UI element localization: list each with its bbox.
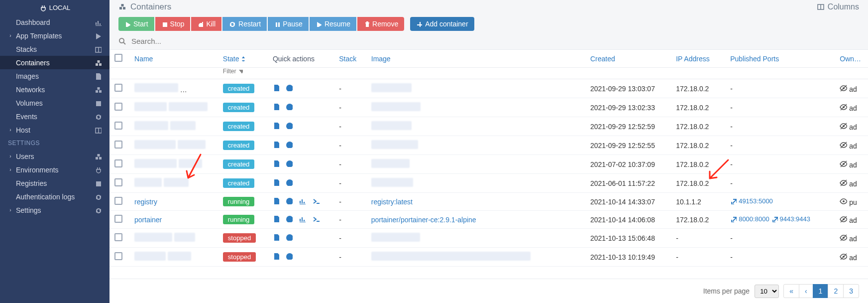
- items-per-page-select[interactable]: 10: [755, 285, 779, 298]
- sidebar-item-containers[interactable]: Containers: [0, 56, 109, 69]
- state-badge: created: [223, 103, 254, 112]
- sidebar-item-app-templates[interactable]: ›App Templates: [0, 29, 109, 42]
- image-link[interactable]: registry:latest: [371, 198, 413, 206]
- logs-icon[interactable]: [273, 253, 280, 260]
- sidebar-item-label: Volumes: [16, 99, 95, 107]
- col-image[interactable]: Image: [366, 50, 585, 68]
- cubes-icon: [118, 3, 126, 11]
- remove-button[interactable]: Remove: [357, 17, 404, 31]
- logs-icon[interactable]: [273, 197, 280, 204]
- stack-cell: -: [334, 211, 366, 229]
- created-cell: 2021-10-14 14:06:08: [585, 211, 671, 229]
- inspect-icon[interactable]: [286, 103, 293, 110]
- resume-button[interactable]: Resume: [310, 17, 356, 31]
- logs-icon[interactable]: [273, 234, 280, 241]
- stats-icon[interactable]: [299, 197, 307, 204]
- pager-page-3[interactable]: 3: [843, 284, 859, 298]
- col-ports[interactable]: Published Ports: [725, 50, 835, 68]
- columns-icon: [817, 3, 825, 11]
- logs-icon[interactable]: [273, 122, 280, 129]
- ownership-cell: ad: [835, 174, 868, 193]
- columns-button[interactable]: Columns: [817, 2, 859, 11]
- state-filter[interactable]: Filter: [218, 68, 268, 79]
- sidebar-item-dashboard[interactable]: Dashboard: [0, 15, 109, 29]
- console-icon[interactable]: [313, 197, 321, 204]
- table-row: registry running - registry:latest 2021-…: [109, 193, 868, 211]
- quick-actions: [273, 84, 293, 91]
- row-checkbox[interactable]: [114, 141, 122, 149]
- col-ownership[interactable]: Ownership: [835, 50, 868, 68]
- col-name[interactable]: Name: [129, 50, 218, 68]
- row-checkbox[interactable]: [114, 197, 122, 205]
- table-row: portainer running - portainer/portainer-…: [109, 211, 868, 229]
- inspect-icon[interactable]: [286, 215, 293, 222]
- stop-button[interactable]: Stop: [155, 17, 191, 31]
- add-container-button[interactable]: Add container: [410, 17, 474, 31]
- restart-button[interactable]: Restart: [222, 17, 267, 31]
- inspect-icon[interactable]: [286, 179, 293, 186]
- col-state[interactable]: State: [218, 50, 268, 68]
- stats-icon[interactable]: [299, 215, 307, 222]
- logs-icon[interactable]: [273, 103, 280, 110]
- inspect-icon[interactable]: [286, 141, 293, 148]
- search-input[interactable]: [131, 37, 859, 45]
- pager-prev[interactable]: ‹: [799, 284, 813, 298]
- pager-page-1[interactable]: 1: [813, 284, 829, 298]
- pager-first[interactable]: «: [783, 284, 799, 298]
- image-link[interactable]: portainer/portainer-ce:2.9.1-alpine: [371, 216, 476, 224]
- sidebar-item-host[interactable]: ›Host: [0, 123, 109, 137]
- container-name-link[interactable]: portainer: [134, 216, 162, 224]
- pause-button[interactable]: Pause: [268, 17, 309, 31]
- kill-button[interactable]: Kill: [191, 17, 221, 31]
- sidebar-item-stacks[interactable]: Stacks: [0, 42, 109, 56]
- row-checkbox[interactable]: [114, 103, 122, 111]
- sidebar-item-networks[interactable]: Networks: [0, 83, 109, 96]
- start-button[interactable]: Start: [118, 17, 154, 31]
- row-checkbox[interactable]: [114, 84, 122, 92]
- logs-icon[interactable]: [273, 84, 280, 91]
- eye-slash-icon: [840, 253, 847, 260]
- sidebar-item-volumes[interactable]: Volumes: [0, 96, 109, 110]
- col-created[interactable]: Created: [585, 50, 671, 68]
- port-link[interactable]: 49153:5000: [730, 197, 773, 205]
- eye-slash-icon: [840, 179, 847, 186]
- logs-icon[interactable]: [273, 141, 280, 148]
- state-badge: stopped: [223, 252, 256, 262]
- row-checkbox[interactable]: [114, 252, 122, 260]
- inspect-icon[interactable]: [286, 160, 293, 167]
- port-link[interactable]: 8000:8000: [730, 215, 769, 223]
- pager-page-2[interactable]: 2: [828, 284, 844, 298]
- tachometer-icon: [95, 19, 102, 26]
- port-link[interactable]: 9443:9443: [771, 215, 810, 223]
- console-icon[interactable]: [313, 215, 321, 222]
- sidebar-item-environments[interactable]: ›Environments: [0, 163, 109, 176]
- created-cell: 2021-06-01 11:57:22: [585, 174, 671, 193]
- col-stack[interactable]: Stack: [334, 50, 366, 68]
- sidebar-item-images[interactable]: Images: [0, 69, 109, 83]
- inspect-icon[interactable]: [286, 253, 293, 260]
- inspect-icon[interactable]: [286, 84, 293, 91]
- sidebar-item-registries[interactable]: Registries: [0, 176, 109, 190]
- items-per-page-label: Items per page: [703, 287, 750, 295]
- table-row: created - 2021-09-29 12:52:59 172.18.0.2…: [109, 117, 868, 136]
- sidebar-item-settings[interactable]: ›Settings: [0, 203, 109, 217]
- row-checkbox[interactable]: [114, 233, 122, 241]
- col-ip[interactable]: IP Address: [671, 50, 725, 68]
- container-name-link[interactable]: registry: [134, 198, 157, 206]
- sidebar-item-events[interactable]: Events: [0, 110, 109, 123]
- logs-icon[interactable]: [273, 179, 280, 186]
- ownership-cell: ad: [835, 229, 868, 248]
- row-checkbox[interactable]: [114, 215, 122, 223]
- row-checkbox[interactable]: [114, 159, 122, 167]
- logs-icon[interactable]: [273, 160, 280, 167]
- row-checkbox[interactable]: [114, 122, 122, 130]
- inspect-icon[interactable]: [286, 122, 293, 129]
- row-checkbox[interactable]: [114, 178, 122, 186]
- sidebar-item-authentication-logs[interactable]: Authentication logs: [0, 190, 109, 203]
- select-all-checkbox[interactable]: [114, 54, 122, 62]
- main: Containers Columns Start Stop Kill Resta…: [109, 0, 868, 303]
- inspect-icon[interactable]: [286, 197, 293, 204]
- sidebar-item-users[interactable]: ›Users: [0, 150, 109, 163]
- logs-icon[interactable]: [273, 215, 280, 222]
- inspect-icon[interactable]: [286, 234, 293, 241]
